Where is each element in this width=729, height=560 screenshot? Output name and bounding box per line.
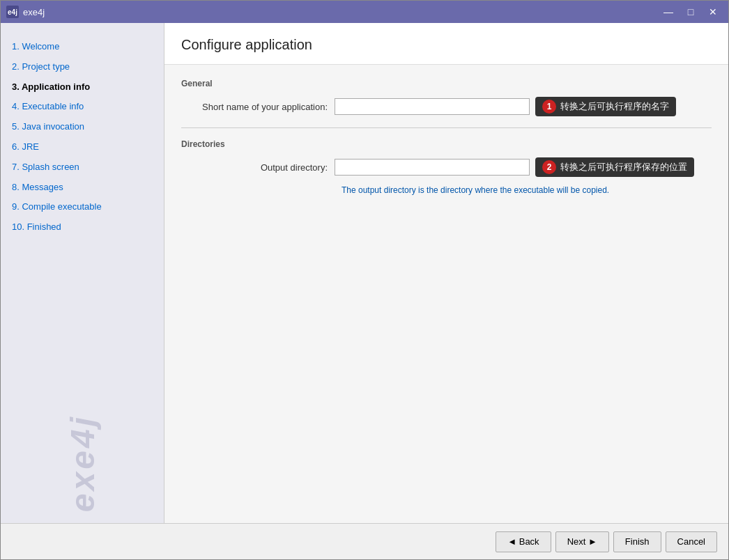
short-name-input[interactable]	[335, 98, 530, 115]
cancel-button[interactable]: Cancel	[666, 531, 717, 552]
output-dir-input[interactable]	[335, 159, 530, 176]
content-header: Configure application	[164, 23, 728, 65]
sidebar-item-jre[interactable]: 6. JRE	[1, 137, 164, 157]
minimize-button[interactable]: —	[659, 4, 678, 20]
app-icon: e4j	[6, 6, 19, 18]
sidebar-logo: exe4j	[1, 414, 164, 512]
sidebar-item-java-invocation[interactable]: 5. Java invocation	[1, 117, 164, 137]
titlebar-controls: — □ ✕	[659, 4, 723, 20]
badge-2-number: 2	[542, 160, 556, 174]
finish-button[interactable]: Finish	[613, 531, 661, 552]
badge-1-number: 1	[542, 100, 556, 114]
tooltip-1: 1 转换之后可执行程序的名字	[535, 97, 676, 116]
tooltip-1-text: 转换之后可执行程序的名字	[560, 100, 669, 113]
sidebar-item-executable-info[interactable]: 4. Executable info	[1, 97, 164, 117]
sidebar-item-splash-screen[interactable]: 7. Splash screen	[1, 157, 164, 178]
window-title: exe4j	[23, 7, 659, 17]
sidebar-item-application-info[interactable]: 3. Application info	[1, 77, 164, 98]
sidebar: 1. Welcome 2. Project type 3. Applicatio…	[1, 23, 164, 523]
sidebar-item-messages[interactable]: 8. Messages	[1, 178, 164, 198]
titlebar: e4j exe4j — □ ✕	[1, 1, 728, 23]
page-title: Configure application	[181, 37, 712, 53]
output-dir-field-wrap: 2 转换之后可执行程序保存的位置	[335, 157, 712, 177]
footer: ◄ Back Next ► Finish Cancel	[1, 523, 728, 559]
sidebar-item-project-type[interactable]: 2. Project type	[1, 57, 164, 77]
short-name-label: Short name of your application:	[181, 102, 335, 112]
output-dir-info: The output directory is the directory wh…	[342, 185, 712, 195]
main-window: e4j exe4j — □ ✕ 1. Welcome 2. Project ty…	[0, 0, 729, 560]
directories-section-label: Directories	[181, 139, 712, 149]
tooltip-2-text: 转换之后可执行程序保存的位置	[560, 161, 687, 173]
content-area: Configure application General Short name…	[164, 23, 728, 523]
section-divider	[181, 127, 712, 128]
next-button[interactable]: Next ►	[555, 531, 609, 552]
content-body: General Short name of your application: …	[164, 65, 728, 523]
sidebar-item-finished[interactable]: 10. Finished	[1, 217, 164, 238]
tooltip-2: 2 转换之后可执行程序保存的位置	[535, 157, 694, 177]
output-dir-label: Output directory:	[181, 162, 335, 173]
sidebar-item-compile-executable[interactable]: 9. Compile executable	[1, 197, 164, 217]
close-button[interactable]: ✕	[703, 4, 723, 20]
short-name-row: Short name of your application: 1 转换之后可执…	[181, 97, 712, 116]
general-section-label: General	[181, 79, 712, 88]
short-name-field-wrap: 1 转换之后可执行程序的名字	[335, 97, 712, 116]
main-layout: 1. Welcome 2. Project type 3. Applicatio…	[1, 23, 728, 523]
output-dir-row: Output directory: 2 转换之后可执行程序保存的位置	[181, 157, 712, 177]
sidebar-item-welcome[interactable]: 1. Welcome	[1, 37, 164, 57]
maximize-button[interactable]: □	[681, 4, 700, 20]
back-button[interactable]: ◄ Back	[496, 531, 551, 552]
